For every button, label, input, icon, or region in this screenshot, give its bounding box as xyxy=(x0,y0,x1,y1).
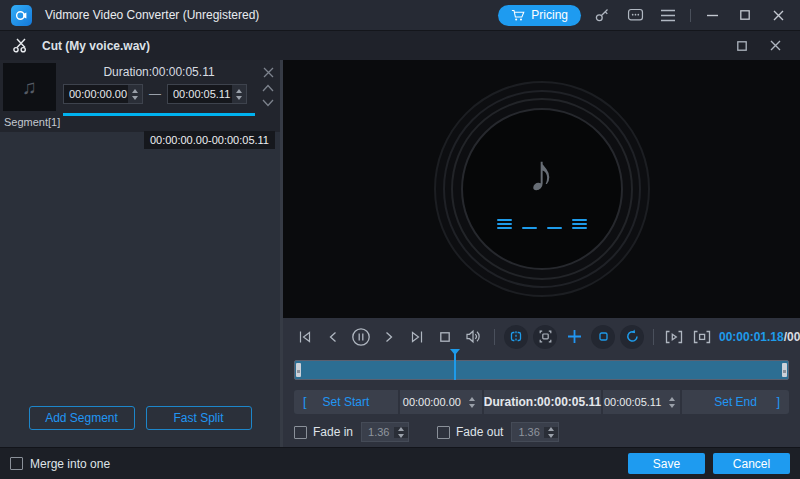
volume-icon[interactable] xyxy=(462,326,484,348)
speaker-rings: ♪ xyxy=(434,81,650,297)
feedback-icon[interactable] xyxy=(623,3,647,27)
dialog-maximize-button[interactable] xyxy=(730,34,754,58)
cancel-button[interactable]: Cancel xyxy=(713,453,790,474)
split-segment-button[interactable] xyxy=(504,325,528,349)
trim-duration-label: Duration:00:00:05.11 xyxy=(484,395,601,409)
segment-label: Segment[1] xyxy=(3,116,60,128)
menu-icon[interactable] xyxy=(656,3,680,27)
stepper-up-icon xyxy=(548,427,554,431)
fast-split-button[interactable]: Fast Split xyxy=(146,406,252,430)
fade-out-label: Fade out xyxy=(456,425,503,439)
fade-in-value[interactable]: 1.36 xyxy=(362,426,394,438)
trim-start-field: 00:00:00.00 xyxy=(400,390,482,414)
stepper-down-icon xyxy=(469,404,475,408)
total-time: /00:00:05.11 xyxy=(784,330,800,344)
set-end-button[interactable]: Set End ] xyxy=(682,390,789,414)
fade-in-field: 1.36 xyxy=(361,422,409,442)
stepper-up-icon xyxy=(398,427,404,431)
segments-panel: ♫ Segment[1] Duration:00:00:05.11 xyxy=(0,60,283,447)
trim-end-handle[interactable] xyxy=(782,363,787,377)
stepper-up-icon xyxy=(669,397,675,401)
cut-dialog-header: Cut (My voice.wav) xyxy=(0,30,800,60)
footer-bar: Merge into one Save Cancel xyxy=(0,447,800,479)
trim-start-handle[interactable] xyxy=(296,363,301,377)
segment-duration-label: Duration:00:00:05.11 xyxy=(63,65,255,79)
snapshot-frame-button[interactable] xyxy=(533,325,557,349)
equalizer-icon xyxy=(497,217,587,229)
playback-controls: 00:00:01.18/00:00:05.11 [ Set Start xyxy=(283,318,800,447)
stepper-up-icon xyxy=(469,397,475,401)
preview-stop-segment-icon[interactable] xyxy=(691,326,713,348)
trim-start-stepper[interactable] xyxy=(465,397,479,408)
trim-duration: Duration:00:00:05.11 xyxy=(484,390,601,414)
trim-bar: [ Set Start 00:00:00.00 Duration:00:00:0… xyxy=(294,390,789,414)
reset-button[interactable] xyxy=(620,325,644,349)
segment-end-input[interactable] xyxy=(168,85,232,103)
segment-start-field xyxy=(63,84,143,104)
dialog-title: Cut (My voice.wav) xyxy=(42,39,150,53)
minimize-button[interactable] xyxy=(700,3,724,27)
go-to-start-icon[interactable] xyxy=(294,326,316,348)
go-to-end-icon[interactable] xyxy=(406,326,428,348)
fade-in-label: Fade in xyxy=(313,425,353,439)
transport-separator xyxy=(653,329,654,345)
save-button[interactable]: Save xyxy=(628,453,705,474)
app-window: Vidmore Video Converter (Unregistered) P… xyxy=(0,0,800,479)
segment-end-field xyxy=(167,84,247,104)
scissors-icon xyxy=(13,38,29,53)
copy-segment-button[interactable] xyxy=(591,325,615,349)
fade-out-value[interactable]: 1.36 xyxy=(512,426,544,438)
titlebar: Vidmore Video Converter (Unregistered) P… xyxy=(0,0,800,30)
add-segment-icon-button[interactable] xyxy=(562,325,586,349)
current-time: 00:00:01.18 xyxy=(719,330,784,344)
fade-out-checkbox[interactable] xyxy=(437,426,450,439)
fade-in-stepper[interactable] xyxy=(394,427,408,438)
add-segment-button[interactable]: Add Segment xyxy=(29,406,135,430)
register-key-icon[interactable] xyxy=(590,3,614,27)
range-dash: — xyxy=(149,87,161,101)
stepper-down-icon xyxy=(398,434,404,438)
fade-out-stepper[interactable] xyxy=(544,427,558,438)
timeline-bar[interactable] xyxy=(294,360,789,380)
time-display: 00:00:01.18/00:00:05.11 xyxy=(719,330,800,344)
segment-start-stepper[interactable] xyxy=(128,85,142,103)
merge-into-one-checkbox[interactable] xyxy=(10,457,23,470)
previous-frame-icon[interactable] xyxy=(322,326,344,348)
trim-end-field: 00:00:05.11 xyxy=(603,390,680,414)
pause-button[interactable] xyxy=(350,326,372,348)
app-logo-icon xyxy=(11,5,32,26)
stop-icon[interactable] xyxy=(434,326,456,348)
pricing-button[interactable]: Pricing xyxy=(498,5,581,26)
segment-start-input[interactable] xyxy=(64,85,128,103)
dialog-close-button[interactable] xyxy=(763,34,787,58)
trim-end-stepper[interactable] xyxy=(665,397,679,408)
move-segment-up-icon[interactable] xyxy=(261,81,275,94)
segment-end-stepper[interactable] xyxy=(232,85,246,103)
music-note-icon: ♫ xyxy=(22,76,37,99)
playhead-marker[interactable] xyxy=(454,353,456,380)
next-frame-icon[interactable] xyxy=(378,326,400,348)
trim-start-value[interactable]: 00:00:00.00 xyxy=(403,396,461,408)
preview-play-segment-icon[interactable] xyxy=(663,326,685,348)
preview-music-note-icon: ♪ xyxy=(529,147,555,199)
left-bracket: [ xyxy=(303,394,307,409)
fade-options: Fade in 1.36 Fade out 1.36 xyxy=(294,417,789,447)
set-start-button[interactable]: [ Set Start xyxy=(294,390,398,414)
segment-progress-line xyxy=(63,113,255,116)
trim-end-value[interactable]: 00:00:05.11 xyxy=(604,396,661,408)
timeline[interactable] xyxy=(294,358,789,380)
segment-editor: ♫ Segment[1] Duration:00:00:05.11 xyxy=(0,60,280,132)
audio-preview-area: ♪ xyxy=(283,60,800,318)
maximize-button[interactable] xyxy=(733,3,757,27)
transport-separator xyxy=(494,329,495,345)
stepper-up-icon xyxy=(132,89,138,93)
stepper-up-icon xyxy=(236,89,242,93)
delete-segment-icon[interactable] xyxy=(261,66,275,79)
close-button[interactable] xyxy=(766,3,790,27)
set-start-label: Set Start xyxy=(323,395,370,409)
stepper-down-icon xyxy=(236,96,242,100)
move-segment-down-icon[interactable] xyxy=(261,96,275,109)
segment-range-tooltip: 00:00:00.00-00:00:05.11 xyxy=(144,131,275,149)
segment-thumbnail[interactable]: ♫ xyxy=(3,63,56,111)
fade-in-checkbox[interactable] xyxy=(294,426,307,439)
